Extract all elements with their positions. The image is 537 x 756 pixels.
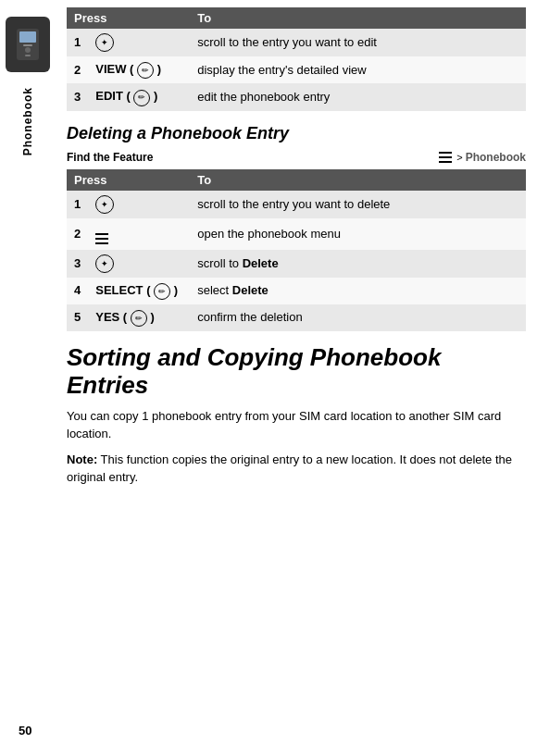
- delete-bold: Delete: [243, 256, 279, 270]
- to-cell: display the entry's detailed view: [190, 56, 526, 83]
- pencil-icon: ✏: [131, 310, 147, 327]
- press-cell: VIEW ( ✏ ): [88, 56, 190, 83]
- to-cell: confirm the deletion: [190, 304, 526, 331]
- press-cell: SELECT ( ✏ ): [88, 278, 190, 304]
- select-key-close: ): [174, 283, 178, 297]
- top-table-header-to: To: [190, 7, 526, 29]
- row-num: 5: [67, 304, 88, 331]
- sidebar: Phonebook: [0, 0, 56, 756]
- edit-key-close: ): [154, 89, 157, 103]
- row-num: 1: [67, 29, 88, 56]
- find-feature-label: Find the Feature: [67, 151, 153, 164]
- press-cell: [88, 218, 190, 250]
- top-table-header-press: Press: [67, 7, 190, 29]
- pencil-icon: ✏: [133, 90, 150, 106]
- del-table-header-press: Press: [67, 169, 190, 191]
- select-key-label: SELECT (: [95, 283, 150, 297]
- nav-key-icon: [95, 195, 114, 214]
- to-cell: edit the phonebook entry: [190, 83, 526, 110]
- phone-icon-box: [6, 17, 50, 72]
- press-cell: EDIT ( ✏ ): [88, 83, 190, 110]
- top-table: Press To 1 scroll to the entry you want …: [67, 7, 526, 111]
- table-row: 1 scroll to the entry you want to edit: [67, 29, 526, 56]
- deleting-table: Press To 1 scroll to the entry you want …: [67, 169, 526, 332]
- svg-point-3: [25, 47, 31, 53]
- edit-key-label: EDIT (: [95, 89, 131, 103]
- deleting-section: Deleting a Phonebook Entry Find the Feat…: [67, 124, 526, 332]
- sorting-body-text: You can copy 1 phonebook entry from your…: [67, 407, 526, 443]
- path-phonebook: Phonebook: [466, 151, 526, 164]
- nav-key-icon: [95, 33, 114, 52]
- press-cell: [88, 29, 190, 56]
- sidebar-label: Phonebook: [21, 87, 34, 155]
- menu-lines-icon: [95, 232, 110, 245]
- table-row: 2 VIEW ( ✏ ) display the entry's detaile…: [67, 56, 526, 83]
- sorting-section-title: Sorting and Copying Phonebook Entries: [67, 344, 526, 400]
- row-num: 1: [67, 191, 88, 218]
- row-num: 2: [67, 56, 88, 83]
- find-feature-path: > Phonebook: [439, 151, 526, 164]
- table-row: 1 scroll to the entry you want to delete: [67, 191, 526, 218]
- del-table-header-to: To: [190, 169, 526, 191]
- table-row: 3 EDIT ( ✏ ) edit the phonebook entry: [67, 83, 526, 110]
- main-content: Press To 1 scroll to the entry you want …: [56, 0, 537, 756]
- to-cell: open the phonebook menu: [190, 218, 526, 250]
- row-num: 3: [67, 83, 88, 110]
- table-row: 4 SELECT ( ✏ ) select Delete: [67, 278, 526, 304]
- pencil-icon: ✏: [154, 283, 170, 300]
- yes-key-label: YES (: [95, 310, 127, 324]
- row-num: 4: [67, 278, 88, 304]
- row-num: 2: [67, 218, 88, 250]
- press-cell: YES ( ✏ ): [88, 304, 190, 331]
- note-text: Note: This function copies the original …: [67, 451, 526, 487]
- note-label: Note:: [67, 452, 97, 466]
- to-cell: select Delete: [190, 278, 526, 304]
- press-cell: [88, 191, 190, 218]
- pencil-icon: ✏: [137, 62, 154, 79]
- delete-bold-2: Delete: [232, 283, 268, 297]
- note-body: This function copies the original entry …: [67, 452, 512, 485]
- arrow-icon: >: [456, 152, 462, 163]
- svg-rect-4: [25, 55, 31, 56]
- table-row: 2 open the phonebook menu: [67, 218, 526, 250]
- deleting-section-title: Deleting a Phonebook Entry: [67, 124, 526, 143]
- sorting-section: Sorting and Copying Phonebook Entries Yo…: [67, 344, 526, 487]
- nav-key-icon: [95, 254, 114, 273]
- page-number: 50: [19, 724, 31, 737]
- row-num: 3: [67, 250, 88, 278]
- press-cell: [88, 250, 190, 278]
- to-cell: scroll to Delete: [190, 250, 526, 278]
- svg-rect-1: [19, 31, 36, 43]
- yes-key-close: ): [150, 310, 154, 324]
- phone-device-icon: [15, 28, 41, 61]
- find-feature-row: Find the Feature > Phonebook: [67, 151, 526, 164]
- to-cell: scroll to the entry you want to edit: [190, 29, 526, 56]
- table-row: 5 YES ( ✏ ) confirm the deletion: [67, 304, 526, 331]
- menu-lines-icon: [439, 151, 454, 164]
- svg-rect-2: [23, 44, 32, 46]
- table-row: 3 scroll to Delete: [67, 250, 526, 278]
- to-cell: scroll to the entry you want to delete: [190, 191, 526, 218]
- view-key-close: ): [157, 62, 161, 76]
- view-key-label: VIEW (: [95, 62, 133, 76]
